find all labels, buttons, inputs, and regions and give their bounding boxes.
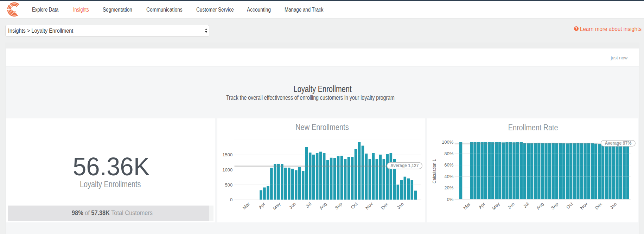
svg-text:0%: 0% bbox=[447, 197, 454, 202]
svg-text:100%: 100% bbox=[442, 139, 454, 145]
svg-text:20%: 20% bbox=[445, 186, 454, 191]
svg-text:1000: 1000 bbox=[222, 167, 232, 173]
svg-text:Nov: Nov bbox=[579, 201, 589, 211]
svg-text:Jul: Jul bbox=[522, 201, 530, 209]
svg-text:Jan: Jan bbox=[609, 201, 618, 210]
svg-text:Nov: Nov bbox=[364, 201, 374, 211]
svg-text:Jan: Jan bbox=[396, 201, 404, 210]
svg-text:Apr: Apr bbox=[257, 201, 266, 210]
svg-text:60%: 60% bbox=[445, 163, 454, 168]
svg-text:Jul: Jul bbox=[304, 201, 312, 209]
svg-text:Jun: Jun bbox=[288, 201, 297, 210]
svg-text:Calculation 1: Calculation 1 bbox=[432, 159, 437, 183]
svg-text:Oct: Oct bbox=[350, 201, 358, 210]
svg-text:Sep: Sep bbox=[333, 201, 343, 211]
svg-text:Aug: Aug bbox=[318, 201, 327, 211]
svg-text:0: 0 bbox=[230, 197, 232, 202]
svg-text:New Enrollments: New Enrollments bbox=[295, 122, 349, 132]
svg-text:Dec: Dec bbox=[594, 201, 604, 211]
svg-text:Enrollment Rate: Enrollment Rate bbox=[508, 123, 558, 132]
svg-text:Aug: Aug bbox=[535, 201, 545, 211]
svg-text:Jun: Jun bbox=[506, 201, 515, 210]
svg-text:80%: 80% bbox=[445, 151, 454, 156]
svg-text:1500: 1500 bbox=[222, 152, 232, 158]
svg-text:May: May bbox=[272, 201, 281, 211]
svg-text:Oct: Oct bbox=[565, 201, 574, 210]
svg-text:Average 1,127: Average 1,127 bbox=[390, 163, 419, 168]
svg-text:Apr: Apr bbox=[478, 201, 486, 210]
svg-text:500: 500 bbox=[225, 182, 232, 188]
svg-text:Mar: Mar bbox=[463, 201, 472, 211]
svg-text:40%: 40% bbox=[445, 174, 454, 179]
svg-text:Mar: Mar bbox=[241, 201, 251, 211]
svg-text:Dec: Dec bbox=[380, 201, 389, 211]
svg-text:May: May bbox=[491, 201, 501, 211]
svg-text:Average 97%: Average 97% bbox=[605, 141, 632, 146]
svg-text:Sep: Sep bbox=[550, 201, 560, 211]
